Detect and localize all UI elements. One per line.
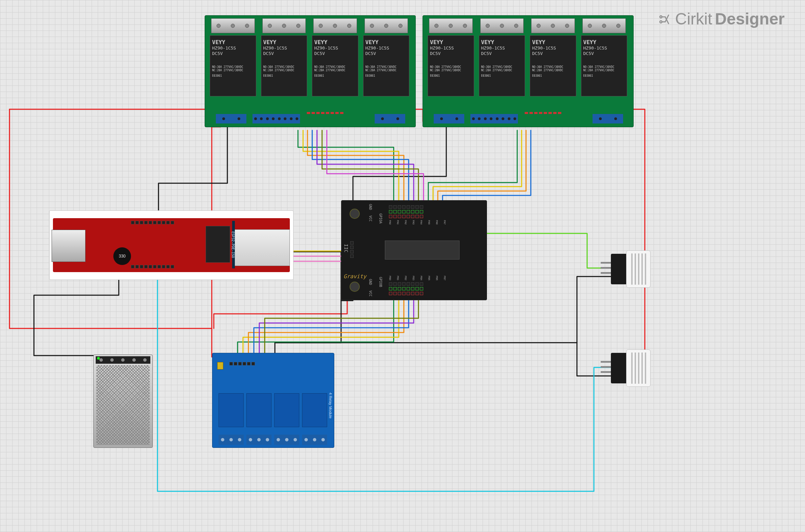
pin-label: PA1 (397, 220, 399, 225)
pin-label: PB5 (428, 276, 430, 280)
psu-led-icon (97, 357, 100, 360)
pin-label: PA3 (412, 220, 415, 225)
relay-terminal-icon (480, 18, 524, 33)
esp32-module-icon (233, 229, 290, 266)
relay-terminal-icon (313, 18, 357, 33)
dht22-sensor-top[interactable] (611, 250, 651, 288)
gpio-expander-board[interactable]: IIC Gravity GPIOA GPIOB GND VCC GND VCC … (341, 200, 487, 300)
pin-label: PB7 (444, 276, 446, 280)
screw-terminal-icon (434, 114, 464, 124)
jumper-icon (217, 362, 223, 369)
screw-terminal-icon (593, 114, 623, 124)
pin-label: PA2 (405, 220, 407, 225)
mount-hole-icon (350, 209, 360, 219)
pin-label: PA5 (428, 220, 430, 225)
relay-terminal-icon (429, 18, 473, 33)
esp32-poe-iso-board[interactable]: 330 ESP32-POE-ISO (49, 210, 294, 280)
ethernet-jack-icon (52, 230, 86, 262)
dht22-pins-icon (601, 262, 611, 274)
pin-label: PA0 (389, 220, 391, 225)
pin-label: PA4 (420, 220, 423, 225)
sensor-grille-icon (629, 353, 648, 384)
dht22-sensor-bottom[interactable] (611, 349, 651, 387)
relay-body: VEYY HZ90-1C5S DC5V NO:30A 277VAC/30VDC … (479, 35, 525, 96)
relay-body: VEYY HZ90-1C5S DC5V NO:30A 277VAC/30VDC … (210, 35, 256, 96)
relay-terminal-icon (582, 18, 626, 33)
vcc-bot-label: VCC (369, 290, 372, 297)
relay-body: VEYY HZ90-1C5S DC5V NO:30A 277VAC/30VDC … (312, 35, 358, 96)
iic-label: IIC (343, 244, 349, 252)
relay-terminal-icon (262, 18, 306, 33)
screw-terminal-icon (216, 114, 246, 124)
relay-board-left[interactable]: VEYY HZ90-1C5S DC5V NO:30A 277VAC/30VDC … (205, 15, 416, 127)
pin-label: PB6 (436, 276, 438, 280)
pin-label: PB4 (420, 276, 423, 280)
relay-body: VEYY HZ90-1C5S DC5V NO:30A 277VAC/30VDC … (363, 35, 410, 96)
relay-board-right[interactable]: VEYY HZ90-1C5S DC5V NO:30A 277VAC/30VDC … (423, 15, 634, 127)
app-logo: Cirkit Designer (658, 10, 785, 28)
power-supply[interactable] (93, 355, 153, 448)
gnd-top-label: GND (369, 204, 372, 210)
pin-label: PB0 (389, 276, 391, 280)
relay-terminal-icon (531, 18, 575, 33)
gravity-brand-label: Gravity (343, 273, 366, 280)
relay-terminal-icon (211, 18, 255, 33)
psu-mesh-icon (96, 365, 150, 445)
relay-4ch-module[interactable]: 4 Relay Module (212, 353, 334, 448)
regulator-chip-icon (206, 226, 230, 263)
svg-point-1 (660, 21, 662, 23)
pin-label: PB3 (412, 276, 415, 280)
logo-text-designer: Designer (715, 10, 785, 28)
mcp23017-chip-icon (385, 241, 460, 260)
psu-terminals-icon (96, 356, 150, 364)
status-led-row (525, 112, 561, 114)
pin-label: PB2 (405, 276, 407, 280)
screw-terminal-icon (375, 114, 405, 124)
relay-body: VEYY HZ90-1C5S DC5V NO:30A 277VAC/30VDC … (428, 35, 474, 96)
relay-body: VEYY HZ90-1C5S DC5V NO:30A 277VAC/30VDC … (261, 35, 307, 96)
inductor-330: 330 (113, 247, 131, 265)
logo-text-cirkit: Cirkit (675, 10, 712, 28)
relay-body: VEYY HZ90-1C5S DC5V NO:30A 277VAC/30VDC … (581, 35, 628, 96)
pin-label: PA6 (436, 220, 438, 225)
mount-hole-icon (350, 282, 360, 292)
gpioA-label: GPIOA (379, 213, 382, 224)
relay-body: VEYY HZ90-1C5S DC5V NO:30A 277VAC/30VDC … (530, 35, 576, 96)
pin-label: PB1 (397, 276, 399, 280)
gpioB-label: GPIOB (379, 277, 382, 287)
esp32-board-label: ESP32-POE-ISO (232, 221, 235, 268)
cirkit-logo-icon (658, 12, 672, 26)
relay4-side-label: 4 Relay Module (328, 374, 333, 437)
screw-terminal-icon (470, 114, 518, 124)
gnd-bot-label: GND (369, 279, 372, 285)
dht22-pins-icon (601, 361, 611, 373)
sensor-grille-icon (629, 253, 648, 285)
status-led-row (307, 112, 343, 114)
pin-label: PA7 (444, 220, 446, 225)
screw-terminal-icon (252, 114, 300, 124)
vcc-top-label: VCC (369, 215, 372, 222)
svg-point-0 (660, 16, 662, 18)
relay-terminal-icon (364, 18, 408, 33)
